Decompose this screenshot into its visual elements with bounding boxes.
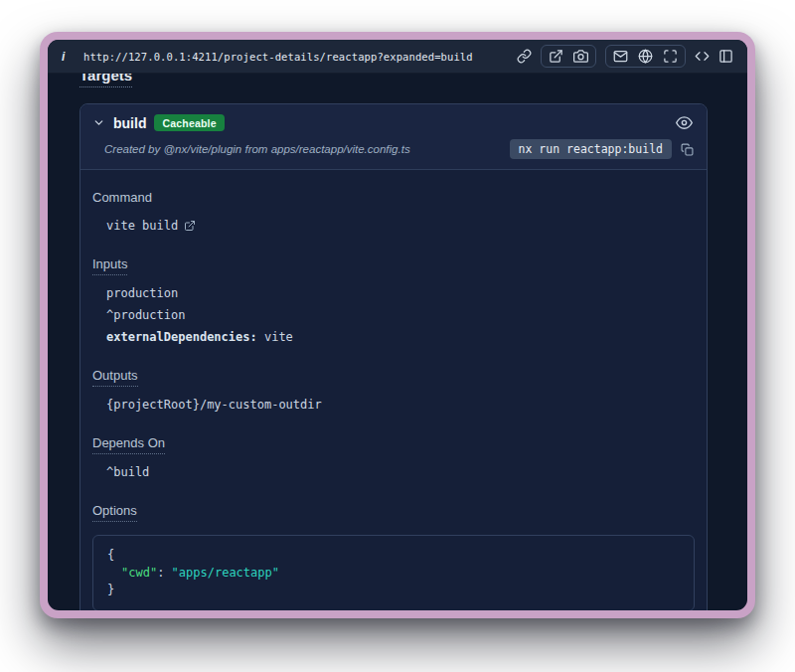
json-colon: :: [157, 566, 171, 580]
depends-on-label[interactable]: Depends On: [92, 435, 165, 454]
input-kv-key: externalDependencies:: [106, 330, 257, 344]
titlebar-actions: [517, 45, 733, 68]
sidebar-panel-icon[interactable]: [718, 49, 733, 64]
eye-icon[interactable]: [674, 112, 695, 133]
globe-icon[interactable]: [638, 49, 653, 64]
page-content: Targets build Cacheable: [48, 74, 747, 610]
camera-icon[interactable]: [573, 49, 588, 64]
section-depends-on: Depends On ^build: [92, 433, 695, 479]
capture-icon-group: [541, 45, 596, 68]
cacheable-badge: Cacheable: [154, 114, 224, 131]
page-title: Targets: [80, 74, 708, 87]
browser-window-inner: i http://127.0.0.1:4211/project-details/…: [48, 40, 747, 610]
outputs-label[interactable]: Outputs: [92, 368, 138, 387]
target-card-build: build Cacheable Created by @nx/vite/plug…: [80, 103, 708, 610]
external-link-icon[interactable]: [184, 220, 196, 232]
link-icon[interactable]: [517, 49, 532, 64]
target-name[interactable]: build: [113, 115, 146, 131]
input-item-kv: externalDependencies: vite: [106, 330, 695, 344]
copy-icon[interactable]: [680, 142, 695, 157]
created-by-text: Created by @nx/vite/plugin from apps/rea…: [104, 143, 410, 155]
options-label[interactable]: Options: [92, 503, 137, 522]
desktop-background: i http://127.0.0.1:4211/project-details/…: [0, 0, 795, 672]
info-icon: i: [62, 50, 72, 64]
chevron-down-icon[interactable]: [92, 116, 105, 129]
browser-window: i http://127.0.0.1:4211/project-details/…: [40, 32, 755, 618]
command-label: Command: [92, 190, 152, 208]
input-kv-value: vite: [257, 330, 293, 344]
url-text[interactable]: http://127.0.0.1:4211/project-details/re…: [83, 51, 473, 63]
run-command-chip[interactable]: nx run reactapp:build: [510, 139, 672, 159]
output-item: {projectRoot}/my-custom-outdir: [106, 398, 695, 412]
section-command: Command vite build: [92, 188, 695, 233]
inputs-label[interactable]: Inputs: [92, 256, 127, 275]
json-value: "apps/reactapp": [172, 566, 279, 580]
options-json-block: { "cwd": "apps/reactapp" }: [92, 535, 695, 610]
browser-titlebar: i http://127.0.0.1:4211/project-details/…: [48, 40, 747, 74]
page-title-text: Targets: [80, 74, 132, 87]
input-item: ^production: [106, 308, 695, 322]
json-key: "cwd": [121, 566, 157, 580]
command-value: vite build: [106, 219, 178, 233]
section-outputs: Outputs {projectRoot}/my-custom-outdir: [92, 366, 695, 412]
target-card-build-header: build Cacheable Created by @nx/vite/plug…: [80, 104, 707, 170]
input-item: production: [106, 286, 695, 300]
json-open-brace: {: [107, 547, 680, 565]
mail-icon[interactable]: [613, 49, 628, 64]
target-card-build-body: Command vite build: [80, 170, 707, 610]
maximize-icon[interactable]: [663, 49, 678, 64]
section-inputs: Inputs production ^production externalDe…: [92, 254, 695, 344]
depends-on-item: ^build: [106, 465, 695, 479]
section-options: Options { "cwd": "apps/reactapp" }: [92, 501, 695, 610]
json-close-brace: }: [107, 582, 680, 599]
json-cwd-line: "cwd": "apps/reactapp": [107, 565, 680, 583]
tools-icon-group: [605, 45, 686, 68]
code-icon[interactable]: [695, 49, 710, 64]
screenshot-icon[interactable]: [549, 49, 563, 64]
